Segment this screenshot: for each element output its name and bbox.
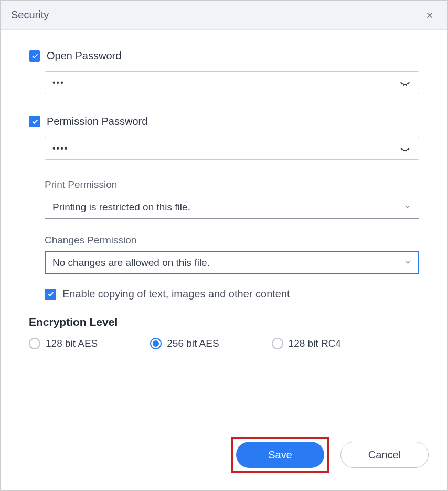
check-icon [31, 118, 39, 125]
encryption-option-label: 128 bit AES [46, 338, 98, 349]
open-password-checkbox[interactable] [29, 50, 40, 62]
save-button[interactable]: Save [236, 442, 324, 468]
eye-closed-icon [399, 143, 411, 154]
open-password-checkbox-row: Open Password [29, 50, 419, 62]
dialog-body: Open Password ••• Permission Password ••… [1, 30, 447, 425]
permission-password-label: Permission Password [47, 115, 147, 127]
chevron-down-icon [404, 257, 411, 269]
save-button-highlight: Save [231, 437, 329, 473]
permission-password-section: Permission Password •••• Print Permissio… [29, 115, 419, 300]
encryption-option-label: 256 bit AES [167, 338, 219, 349]
check-icon [31, 52, 39, 60]
open-password-label: Open Password [47, 50, 121, 62]
cancel-button-label: Cancel [368, 449, 401, 461]
enable-copying-label: Enable copying of text, images and other… [62, 288, 290, 300]
open-password-value: ••• [52, 78, 65, 88]
open-password-section: Open Password ••• [29, 50, 419, 94]
encryption-option-128-aes[interactable]: 128 bit AES [29, 338, 98, 349]
chevron-down-icon [404, 201, 411, 213]
encryption-level-options: 128 bit AES 256 bit AES 128 bit RC4 [29, 338, 419, 349]
radio-icon [29, 338, 40, 349]
close-icon [425, 10, 434, 20]
print-permission-select[interactable]: Printing is restricted on this file. [45, 196, 419, 219]
radio-icon [272, 338, 283, 349]
permission-password-input[interactable]: •••• [45, 137, 419, 160]
print-permission-label: Print Permission [45, 179, 419, 190]
radio-selected-icon [150, 338, 162, 349]
check-icon [47, 290, 55, 298]
permission-password-checkbox[interactable] [29, 116, 40, 127]
permission-password-visibility-toggle[interactable] [399, 142, 411, 155]
dialog-title: Security [11, 9, 49, 21]
encryption-level-section: Encryption Level 128 bit AES 256 bit AES… [29, 316, 419, 349]
print-permission-value: Printing is restricted on this file. [52, 201, 190, 213]
encryption-level-title: Encryption Level [29, 316, 419, 328]
enable-copying-checkbox[interactable] [45, 289, 56, 300]
encryption-option-256-aes[interactable]: 256 bit AES [150, 338, 219, 349]
encryption-option-128-rc4[interactable]: 128 bit RC4 [272, 338, 341, 349]
save-button-label: Save [268, 449, 292, 461]
changes-permission-value: No changes are allowed on this file. [52, 257, 210, 269]
encryption-option-label: 128 bit RC4 [289, 338, 341, 349]
dialog-titlebar: Security [1, 1, 447, 30]
cancel-button[interactable]: Cancel [340, 442, 429, 468]
close-button[interactable] [422, 8, 437, 23]
permission-password-checkbox-row: Permission Password [29, 115, 419, 127]
permission-password-value: •••• [52, 144, 68, 153]
eye-closed-icon [399, 77, 411, 89]
changes-permission-label: Changes Permission [45, 234, 419, 246]
open-password-visibility-toggle[interactable] [399, 77, 411, 89]
open-password-input[interactable]: ••• [45, 71, 419, 94]
enable-copying-row: Enable copying of text, images and other… [45, 288, 419, 300]
dialog-footer: Save Cancel [1, 425, 447, 490]
changes-permission-select[interactable]: No changes are allowed on this file. [45, 251, 419, 274]
